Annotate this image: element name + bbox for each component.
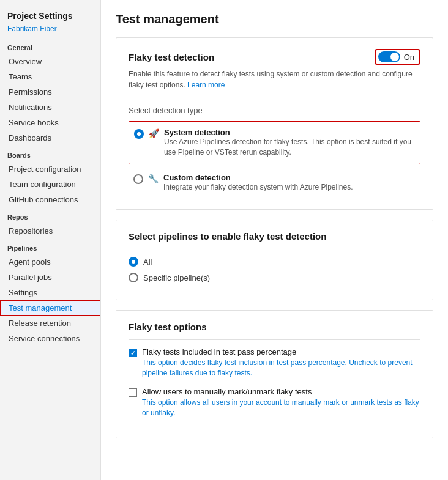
sidebar-item-github-connections[interactable]: GitHub connections	[0, 192, 100, 207]
sidebar-item-release-retention[interactable]: Release retention	[0, 316, 100, 331]
sidebar-section-boards: Boards	[0, 146, 100, 161]
detection-type-label: Select detection type	[129, 106, 420, 115]
sidebar-item-parallel-jobs[interactable]: Parallel jobs	[0, 270, 100, 285]
sidebar-item-overview[interactable]: Overview	[0, 54, 100, 69]
include-pass-percentage-option: Flaky tests included in test pass percen…	[129, 347, 420, 378]
sidebar-section-general: General	[0, 38, 100, 54]
toggle-track	[378, 51, 400, 62]
allow-manual-mark-option: Allow users to manually mark/unmark flak…	[129, 387, 420, 418]
custom-detection-title: Custom detection	[163, 173, 416, 182]
sidebar-item-dashboards[interactable]: Dashboards	[0, 130, 100, 146]
main-content: Test management Flaky test detection On …	[101, 0, 448, 480]
flaky-detection-card: Flaky test detection On Enable this feat…	[116, 37, 433, 210]
divider-1	[129, 98, 420, 98]
sidebar-item-project-configuration[interactable]: Project configuration	[0, 161, 100, 177]
flaky-options-title: Flaky test options	[129, 322, 420, 332]
rocket-icon: 🚀	[149, 128, 159, 138]
system-detection-text: System detection Use Azure Pipelines det…	[164, 128, 415, 158]
sidebar-item-repositories[interactable]: Repositories	[0, 223, 100, 238]
custom-detection-radio[interactable]	[133, 174, 143, 184]
sidebar-item-agent-pools[interactable]: Agent pools	[0, 254, 100, 270]
sidebar-section-repos: Repos	[0, 207, 100, 223]
wrench-icon: 🔧	[148, 174, 159, 183]
sidebar-subtitle[interactable]: Fabrikam Fiber	[0, 23, 100, 38]
sidebar-item-notifications[interactable]: Notifications	[0, 100, 100, 115]
all-pipelines-option[interactable]: All	[129, 257, 420, 267]
learn-more-link[interactable]: Learn more	[187, 81, 225, 89]
custom-detection-option[interactable]: 🔧 Custom detection Integrate your flaky …	[129, 167, 420, 199]
custom-detection-text: Custom detection Integrate your flaky de…	[163, 173, 416, 193]
toggle-thumb	[390, 53, 399, 61]
divider-2	[129, 249, 420, 249]
system-detection-option[interactable]: 🚀 System detection Use Azure Pipelines d…	[129, 121, 420, 164]
flaky-options-card: Flaky test options Flaky tests included …	[116, 310, 433, 438]
allow-manual-mark-title: Allow users to manually mark/unmark flak…	[142, 387, 420, 396]
sidebar: Project Settings Fabrikam Fiber General …	[0, 0, 101, 480]
system-detection-title: System detection	[164, 128, 415, 137]
sidebar-item-teams[interactable]: Teams	[0, 69, 100, 84]
sidebar-item-test-management[interactable]: Test management	[0, 300, 100, 316]
specific-pipelines-label: Specific pipeline(s)	[143, 273, 210, 282]
all-pipelines-radio[interactable]	[129, 257, 138, 267]
sidebar-item-team-configuration[interactable]: Team configuration	[0, 177, 100, 192]
sidebar-title: Project Settings	[0, 6, 100, 23]
allow-manual-mark-desc: This option allows all users in your acc…	[142, 397, 420, 418]
allow-manual-mark-text: Allow users to manually mark/unmark flak…	[142, 387, 420, 418]
flaky-detection-header-row: Flaky test detection On	[129, 49, 420, 65]
flaky-detection-description: Enable this feature to detect flaky test…	[129, 68, 420, 90]
sidebar-item-service-hooks[interactable]: Service hooks	[0, 115, 100, 130]
toggle-label: On	[404, 53, 414, 62]
sidebar-item-service-connections[interactable]: Service connections	[0, 331, 100, 346]
specific-pipelines-option[interactable]: Specific pipeline(s)	[129, 273, 420, 282]
divider-3	[129, 339, 420, 340]
allow-manual-mark-checkbox[interactable]	[129, 388, 137, 397]
flaky-detection-title: Flaky test detection	[129, 52, 214, 62]
flaky-toggle-wrapper[interactable]: On	[375, 49, 420, 65]
include-pass-percentage-title: Flaky tests included in test pass percen…	[142, 347, 420, 356]
pipelines-card: Select pipelines to enable flaky test de…	[116, 220, 433, 300]
pipelines-title: Select pipelines to enable flaky test de…	[129, 231, 420, 242]
page-title: Test management	[116, 12, 433, 26]
system-detection-desc: Use Azure Pipelines detection for flaky …	[164, 137, 415, 158]
custom-detection-desc: Integrate your flaky detection system wi…	[163, 182, 416, 193]
sidebar-item-settings[interactable]: Settings	[0, 285, 100, 300]
include-pass-percentage-desc: This option decides flaky test inclusion…	[142, 358, 420, 378]
specific-pipelines-radio[interactable]	[129, 273, 138, 282]
include-pass-percentage-text: Flaky tests included in test pass percen…	[142, 347, 420, 378]
include-pass-percentage-checkbox[interactable]	[129, 349, 137, 357]
system-detection-radio[interactable]	[134, 129, 144, 139]
sidebar-item-permissions[interactable]: Permissions	[0, 84, 100, 100]
all-pipelines-label: All	[143, 257, 152, 267]
sidebar-section-pipelines: Pipelines	[0, 238, 100, 254]
flaky-toggle[interactable]	[378, 51, 400, 62]
